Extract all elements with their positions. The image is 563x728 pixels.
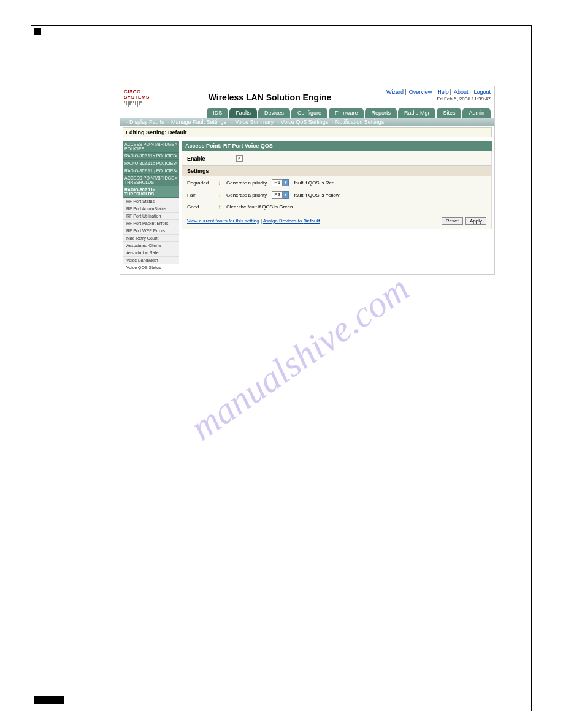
label-good: Good: [187, 204, 213, 210]
sidebar: ACCESS POINT/BRIDGE POLICIES RADIO-802.1…: [123, 141, 179, 271]
tab-admin[interactable]: Admin: [462, 108, 491, 118]
reset-button[interactable]: Reset: [442, 217, 463, 225]
settings-header: Settings: [182, 165, 491, 176]
subnav-notification[interactable]: Notification Settings: [335, 119, 385, 125]
sidebar-group-11g-policies[interactable]: RADIO-802.11g POLICIES: [123, 167, 179, 175]
sidebar-group-11a-thresholds[interactable]: RADIO-802.11a THRESHOLDS: [123, 186, 179, 198]
enable-checkbox[interactable]: ✓: [236, 155, 243, 162]
sidebar-group-11b-policies[interactable]: RADIO-802.11b POLICIES: [123, 160, 179, 167]
chevron-down-icon: ▾: [283, 179, 289, 186]
header-links: Wizard| Overview| Help| About| Logout: [386, 89, 491, 95]
setting-row-good: Good ↑ Clear the fault if QOS is Green: [182, 201, 491, 213]
arrow-down-yellow-icon: ↓: [216, 192, 223, 199]
subnav-voice-summary[interactable]: Voice Summary: [235, 119, 274, 125]
sidebar-group-11a-policies[interactable]: RADIO-802.11a POLICIES: [123, 153, 179, 160]
sidebar-group-ap-policies[interactable]: ACCESS POINT/BRIDGE POLICIES: [123, 141, 179, 153]
wizard-link[interactable]: Wizard: [386, 89, 404, 95]
sidebar-item-mac-retry[interactable]: Mac Retry Count: [123, 235, 179, 242]
sidebar-group-ap-thresholds[interactable]: ACCESS POINT/BRIDGE THRESHOLDS: [123, 175, 179, 186]
text-good: Clear the fault if QOS is Green: [226, 204, 293, 210]
priority-select-degraded[interactable]: P1▾: [272, 179, 289, 186]
tab-devices[interactable]: Devices: [258, 108, 290, 118]
text-degraded-after: fault if QOS is Red: [294, 180, 334, 186]
timestamp: Fri Feb 5, 2006 11:39:47: [386, 96, 491, 102]
subnav-voice-qos[interactable]: Voice QoS Settings: [281, 119, 329, 125]
enable-label: Enable: [187, 156, 205, 162]
sub-nav: -Display Faults -Manage Fault Settings :…: [120, 118, 494, 126]
tab-radio-mgr[interactable]: Radio Mgr: [398, 108, 436, 118]
tab-reports[interactable]: Reports: [365, 108, 397, 118]
label-degraded: Degraded: [187, 180, 213, 186]
text-degraded-before: Generate a priority: [226, 180, 267, 186]
sidebar-item-utilization[interactable]: RF Port Utilization: [123, 213, 179, 220]
view-faults-link[interactable]: View current faults for this setting: [187, 218, 259, 224]
overview-link[interactable]: Overview: [409, 89, 432, 95]
sidebar-item-assoc-rate[interactable]: Association Rate: [123, 249, 179, 257]
main-tabs: IDS Faults Devices Configure Firmware Re…: [120, 108, 494, 118]
sidebar-item-admin-status[interactable]: RF Port AdminStatus: [123, 205, 179, 213]
logout-link[interactable]: Logout: [473, 89, 491, 95]
sidebar-item-voice-qos[interactable]: Voice QOS Status: [123, 264, 179, 271]
app-window: CISCO SYSTEMS Wireless LAN Solution Engi…: [120, 86, 495, 275]
arrow-down-red-icon: ↓: [216, 180, 223, 186]
tab-configure[interactable]: Configure: [291, 108, 327, 118]
priority-select-fair[interactable]: P3▾: [272, 191, 289, 199]
text-fair-before: Generate a priority: [226, 192, 267, 198]
panel-title: Access Point: RF Port Voice QOS: [182, 141, 492, 151]
help-link[interactable]: Help: [437, 89, 449, 95]
sidebar-item-wep-errors[interactable]: RF Port WEP Errors: [123, 227, 179, 235]
page-title: Wireless LAN Solution Engine: [153, 93, 386, 102]
editing-bar: Editing Setting: Default: [123, 127, 492, 137]
setting-row-fair: Fair ↓ Generate a priority P3▾ fault if …: [182, 189, 491, 201]
sidebar-item-packet-errors[interactable]: RF Port Packet Errors: [123, 220, 179, 227]
arrow-up-green-icon: ↑: [216, 203, 223, 210]
setting-row-degraded: Degraded ↓ Generate a priority P1▾ fault…: [182, 176, 491, 189]
label-fair: Fair: [187, 192, 213, 198]
tab-faults[interactable]: Faults: [229, 108, 257, 118]
subnav-manage-fault[interactable]: Manage Fault Settings: [171, 119, 226, 125]
about-link[interactable]: About: [454, 89, 469, 95]
sidebar-item-assoc-clients[interactable]: Associated Clients: [123, 242, 179, 249]
text-fair-after: fault if QOS is Yellow: [294, 192, 339, 198]
cisco-logo: CISCO SYSTEMS: [124, 89, 153, 107]
apply-button[interactable]: Apply: [465, 217, 486, 225]
tab-sites[interactable]: Sites: [437, 108, 461, 118]
chevron-down-icon: ▾: [283, 191, 289, 199]
sidebar-item-port-status[interactable]: RF Port Status: [123, 198, 179, 205]
subnav-display-faults[interactable]: Display Faults: [129, 119, 164, 125]
tab-firmware[interactable]: Firmware: [329, 108, 364, 118]
assign-devices-link[interactable]: Assign Devices to Default: [263, 218, 320, 224]
sidebar-item-voice-bw[interactable]: Voice Bandwidth: [123, 257, 179, 264]
tab-ids[interactable]: IDS: [207, 108, 228, 118]
